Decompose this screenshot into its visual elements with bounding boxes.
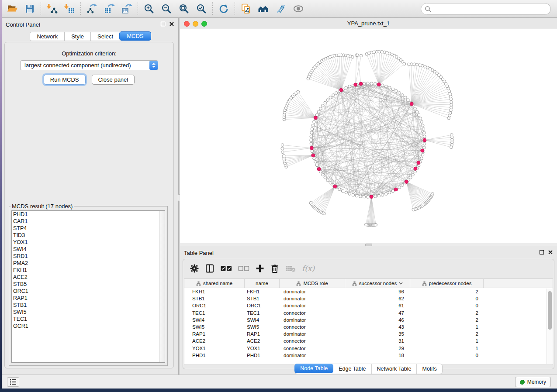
mcds-result-item[interactable]: FKH1 (12, 267, 165, 274)
mcds-result-item[interactable]: STB5 (12, 281, 165, 288)
mcds-result-item[interactable]: ORC1 (12, 288, 165, 295)
table-scrollbar[interactable] (547, 289, 552, 364)
table-row[interactable]: TEC1TEC1connector472 (184, 309, 553, 316)
deselect-all-button[interactable] (238, 262, 249, 275)
float-panel-icon[interactable] (161, 22, 165, 26)
mcds-result-item[interactable]: YOX1 (12, 239, 165, 246)
close-panel-button[interactable]: Close panel (92, 75, 135, 85)
show-task-history-button[interactable] (7, 377, 19, 387)
search-input[interactable] (432, 5, 550, 14)
mcds-hub-node[interactable] (333, 185, 337, 188)
column-header-successor_nodes[interactable]: successor nodes (345, 279, 410, 288)
column-header-shared_name[interactable]: shared name (184, 279, 245, 288)
tab-select[interactable]: Select (91, 32, 120, 41)
table-row[interactable]: FKH1FKH1dominator962 (184, 288, 553, 295)
column-header-mcds_role[interactable]: MCDS role (280, 279, 345, 288)
mcds-hub-node[interactable] (421, 149, 424, 152)
duplicate-network-button[interactable] (237, 1, 255, 17)
mcds-result-item[interactable]: GCR1 (12, 323, 165, 330)
birds-eye-view-button[interactable] (290, 1, 307, 17)
mcds-result-item[interactable]: PMA2 (12, 260, 165, 267)
tab-style[interactable]: Style (65, 32, 91, 41)
export-image-button[interactable] (118, 1, 135, 17)
mcds-hub-node[interactable] (377, 83, 381, 86)
delete-button[interactable] (270, 262, 279, 275)
mcds-result-item[interactable]: SWI5 (12, 309, 165, 316)
minimize-window-button[interactable] (193, 21, 198, 27)
mcds-result-item[interactable]: SWI4 (12, 246, 165, 253)
tab-mcds[interactable]: MCDS (119, 31, 151, 41)
table-scrollbar-thumb[interactable] (548, 291, 552, 330)
table-row[interactable]: PHD1PHD1dominator180 (184, 352, 553, 359)
mcds-hub-node[interactable] (310, 146, 313, 150)
mcds-hub-node[interactable] (359, 82, 363, 86)
table-row[interactable]: RAP1RAP1dominator352 (184, 330, 553, 337)
tab-network-table[interactable]: Network Table (372, 364, 417, 374)
import-table-button[interactable] (61, 1, 78, 17)
mcds-hub-node[interactable] (410, 102, 413, 106)
mcds-result-item[interactable]: ACE2 (12, 274, 165, 281)
search-box[interactable] (421, 3, 551, 15)
run-mcds-button[interactable]: Run MCDS (44, 75, 86, 85)
maximize-window-button[interactable] (201, 21, 207, 27)
horizontal-splitter[interactable] (180, 243, 557, 246)
zoom-in-button[interactable] (140, 1, 158, 17)
mcds-hub-node[interactable] (423, 138, 426, 142)
column-visibility-button[interactable] (205, 262, 214, 275)
refresh-layout-button[interactable] (215, 1, 232, 17)
add-column-button[interactable] (256, 262, 264, 275)
float-panel-icon[interactable] (540, 250, 544, 254)
network-graph[interactable] (180, 29, 557, 243)
export-table-button[interactable] (100, 1, 118, 17)
tab-motifs[interactable]: Motifs (417, 364, 442, 374)
close-window-button[interactable] (184, 21, 190, 27)
mcds-result-list[interactable]: PHD1CAR1STP4TID3YOX1SWI4SRD1PMA2FKH1ACE2… (11, 210, 165, 363)
close-panel-icon[interactable] (170, 22, 174, 26)
show-all-networks-button[interactable] (255, 1, 272, 17)
mcds-hub-node[interactable] (394, 188, 398, 191)
mcds-result-item[interactable]: RAP1 (12, 295, 165, 302)
mcds-result-item[interactable]: SRD1 (12, 253, 165, 260)
mcds-list-scrollbar[interactable] (159, 211, 165, 362)
table-row[interactable]: SWI5SWI5connector431 (184, 323, 553, 330)
select-all-button[interactable] (221, 262, 232, 275)
optimization-criterion-select[interactable]: largest connected component (undirected) (20, 60, 158, 70)
mcds-result-item[interactable]: TEC1 (12, 316, 165, 323)
hide-annotations-button[interactable] (272, 1, 290, 17)
memory-button[interactable]: Memory (515, 377, 551, 387)
mcds-result-item[interactable]: STP4 (12, 225, 165, 232)
open-file-button[interactable] (3, 1, 21, 17)
table-row[interactable]: ORC1ORC1dominator610 (184, 302, 553, 309)
table-row[interactable]: ACE2ACE2connector311 (184, 337, 553, 344)
close-panel-icon[interactable] (548, 250, 553, 254)
mcds-hub-node[interactable] (417, 161, 420, 165)
mcds-result-item[interactable]: PHD1 (12, 211, 165, 218)
mcds-hub-node[interactable] (405, 180, 408, 183)
table-row[interactable]: SWI4SWI4dominator462 (184, 316, 553, 323)
mcds-hub-node[interactable] (354, 83, 357, 86)
column-header-name[interactable]: name (245, 279, 280, 288)
mcds-hub-node[interactable] (311, 154, 315, 157)
export-network-button[interactable] (83, 1, 100, 17)
tab-node-table[interactable]: Node Table (294, 364, 333, 373)
table-row[interactable]: STB1STB1dominator620 (184, 295, 553, 302)
mcds-result-item[interactable]: TID3 (12, 232, 165, 239)
mcds-hub-node[interactable] (339, 88, 343, 92)
mcds-hub-node[interactable] (370, 195, 373, 199)
table-row[interactable]: YOX1YOX1connector291 (184, 345, 553, 352)
import-network-button[interactable] (43, 1, 61, 17)
tab-network[interactable]: Network (30, 32, 65, 41)
tab-edge-table[interactable]: Edge Table (333, 364, 371, 374)
fit-content-button[interactable] (175, 1, 193, 17)
save-session-button[interactable] (21, 1, 38, 17)
mcds-hub-node[interactable] (314, 116, 318, 120)
network-canvas[interactable] (180, 29, 557, 243)
table-settings-button[interactable] (190, 262, 199, 275)
mcds-result-item[interactable]: CAR1 (12, 218, 165, 225)
mcds-hub-node[interactable] (414, 167, 417, 170)
zoom-selected-button[interactable] (193, 1, 210, 17)
column-header-predecessor_nodes[interactable]: predecessor nodes (410, 279, 484, 288)
mcds-hub-node[interactable] (317, 167, 321, 171)
zoom-out-button[interactable] (158, 1, 175, 17)
mcds-result-item[interactable]: STB1 (12, 302, 165, 309)
